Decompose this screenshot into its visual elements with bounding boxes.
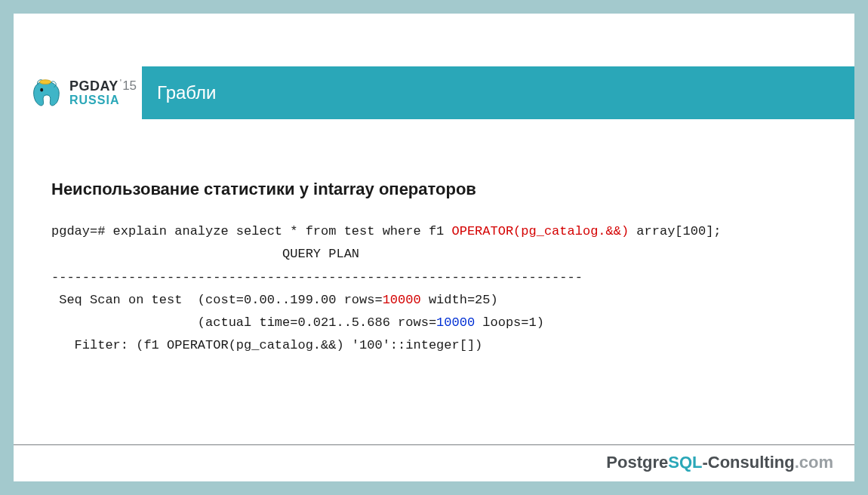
logo-pgday: PGDAY <box>69 79 119 93</box>
slide: PGDAY ' 15 RUSSIA Грабли Неиспользование… <box>14 14 854 481</box>
footer-consulting: -Consulting <box>702 453 794 472</box>
code-line-6: Filter: (f1 OPERATOR(pg_catalog.&&) '100… <box>51 338 482 352</box>
code-line-4c: width=25) <box>421 293 498 307</box>
logo-text: PGDAY ' 15 RUSSIA <box>69 79 137 106</box>
code-line-1a: pgday=# explain analyze select * from te… <box>51 224 452 238</box>
logo-russia: RUSSIA <box>69 94 137 106</box>
header: PGDAY ' 15 RUSSIA Грабли <box>14 66 854 119</box>
svg-point-0 <box>40 88 43 92</box>
elephant-icon <box>27 75 63 111</box>
logo-block: PGDAY ' 15 RUSSIA <box>14 66 142 119</box>
code-line-5c: loops=1) <box>475 315 544 330</box>
svg-point-1 <box>39 80 51 85</box>
code-line-4a: Seq Scan on test (cost=0.00..199.00 rows… <box>51 293 383 307</box>
logo-year: 15 <box>122 79 137 92</box>
code-line-3: ----------------------------------------… <box>51 270 583 284</box>
logo-apostrophe: ' <box>120 78 122 88</box>
footer-postgre: Postgre <box>606 453 668 472</box>
code-operator-highlight: OPERATOR(pg_catalog.&&) <box>452 224 629 238</box>
footer: PostgreSQL-Consulting.com <box>14 444 854 481</box>
section-heading: Неиспользование статистики у intarray оп… <box>51 180 817 199</box>
footer-sql: SQL <box>668 453 702 472</box>
code-rows-actual: 10000 <box>436 315 475 330</box>
content: Неиспользование статистики у intarray оп… <box>14 119 854 481</box>
slide-title: Грабли <box>142 66 854 119</box>
code-line-1c: array[100]; <box>629 224 721 238</box>
code-line-2: QUERY PLAN <box>51 247 359 261</box>
code-rows-est: 10000 <box>383 293 421 307</box>
footer-com: .com <box>795 453 833 472</box>
code-line-5a: (actual time=0.021..5.686 rows= <box>51 315 436 330</box>
code-block: pgday=# explain analyze select * from te… <box>51 220 817 358</box>
